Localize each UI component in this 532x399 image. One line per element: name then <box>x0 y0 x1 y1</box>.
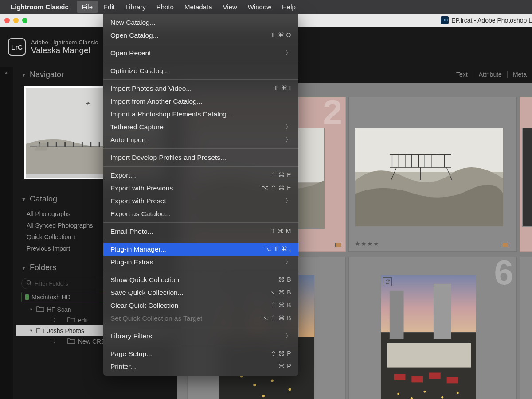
menu-item[interactable]: Export as Catalog... <box>103 207 298 220</box>
menu-item[interactable]: Export with Previous⌥ ⇧ ⌘ E <box>103 182 298 194</box>
submenu-chevron-icon: 〉 <box>286 196 291 205</box>
color-label-flag[interactable] <box>335 243 341 247</box>
menu-item[interactable]: Import from Another Catalog... <box>103 95 298 108</box>
menubar-item-file[interactable]: File <box>77 1 98 13</box>
left-panel-collapse[interactable]: ▲ <box>0 67 13 399</box>
folder-icon <box>36 327 44 334</box>
window-maximize-button[interactable] <box>22 18 27 23</box>
menu-separator <box>103 271 298 271</box>
menubar-item-edit[interactable]: Edit <box>98 1 120 13</box>
menu-item[interactable]: Open Recent〉 <box>103 46 298 59</box>
menu-separator <box>103 327 298 327</box>
thumbnail-image <box>381 275 476 399</box>
menu-shortcut: ⌥ ⇧ ⌘ B <box>262 314 291 323</box>
menubar-item-view[interactable]: View <box>218 1 243 13</box>
search-icon <box>26 280 32 287</box>
window-close-button[interactable] <box>4 18 10 23</box>
lrc-file-icon: LrC <box>441 16 449 24</box>
menu-item-label: Open Recent <box>110 48 151 58</box>
thumbnail-frame[interactable] <box>380 275 476 399</box>
menubar-app-name[interactable]: Lightroom Classic <box>11 3 69 11</box>
menubar-item-photo[interactable]: Photo <box>151 1 179 13</box>
svg-point-43 <box>441 396 443 399</box>
menu-item[interactable]: Open Catalog...⇧ ⌘ O <box>103 29 298 42</box>
menu-item-label: Export with Previous <box>110 183 173 193</box>
menu-item[interactable]: Page Setup...⇧ ⌘ P <box>103 347 298 360</box>
menu-item[interactable]: Import a Photoshop Elements Catalog... <box>103 108 298 120</box>
filter-tab-meta[interactable]: Meta <box>507 71 532 78</box>
menu-shortcut: ⇧ ⌘ O <box>270 31 291 40</box>
thumbnail-frame[interactable] <box>355 128 504 227</box>
menu-item[interactable]: Plug-in Manager...⌥ ⇧ ⌘ , <box>103 243 298 256</box>
svg-point-30 <box>262 395 265 397</box>
menu-item[interactable]: New Catalog... <box>103 16 298 29</box>
svg-rect-38 <box>429 373 441 379</box>
color-label-flag[interactable] <box>502 243 508 247</box>
menu-separator <box>103 44 298 44</box>
app-title-line1: Adobe Lightroom Classic <box>31 39 98 46</box>
menu-item[interactable]: Optimize Catalog... <box>103 64 298 77</box>
submenu-chevron-icon: 〉 <box>286 122 291 132</box>
menu-item-label: Export with Preset <box>110 196 166 205</box>
menu-shortcut: ⇧ ⌘ M <box>270 227 291 236</box>
disclosure-triangle-icon: ▼ <box>21 265 26 271</box>
grid-cell[interactable]: 6 <box>348 257 517 399</box>
menu-item-label: Import Develop Profiles and Presets... <box>110 153 226 162</box>
menu-item[interactable]: Tethered Capture〉 <box>103 120 298 133</box>
folder-icon <box>67 338 75 345</box>
file-menu-dropdown: New Catalog...Open Catalog...⇧ ⌘ OOpen R… <box>103 14 298 376</box>
menu-item-label: Tethered Capture <box>110 122 164 132</box>
menu-separator <box>103 148 298 149</box>
menubar-item-window[interactable]: Window <box>243 1 277 13</box>
svg-rect-9 <box>82 142 83 147</box>
menu-separator <box>103 240 298 240</box>
menu-item-label: Auto Import <box>110 135 146 144</box>
menu-item[interactable]: Import Photos and Video...⇧ ⌘ I <box>103 82 298 95</box>
menu-item-label: Export as Catalog... <box>110 209 171 218</box>
window-title: EP.lrcat - Adobe Photoshop L <box>451 17 532 24</box>
app-title-line2: Valeska Mangel <box>31 46 98 55</box>
app-logo-icon: LrC <box>8 38 26 56</box>
window-minimize-button[interactable] <box>13 18 19 23</box>
menu-item[interactable]: Auto Import〉 <box>103 133 298 146</box>
star-rating[interactable]: ★★★★ <box>355 240 379 247</box>
menu-item-label: Page Setup... <box>110 349 152 358</box>
menu-item[interactable]: Show Quick Collection⌘ B <box>103 273 298 286</box>
menu-item-label: Plug-in Extras <box>110 257 153 267</box>
folder-filter-placeholder: Filter Folders <box>35 280 68 287</box>
menu-separator <box>103 222 298 223</box>
grid-cell[interactable] <box>520 257 532 399</box>
cell-index: 6 <box>494 252 513 293</box>
menu-item-label: Printer... <box>110 362 136 371</box>
thumbnail-frame[interactable] <box>522 128 532 227</box>
menu-item[interactable]: Export with Preset〉 <box>103 194 298 207</box>
filter-tab-text[interactable]: Text <box>451 71 473 78</box>
menu-item[interactable]: Library Filters〉 <box>103 329 298 342</box>
menubar-item-library[interactable]: Library <box>120 1 151 13</box>
menu-item-label: Clear Quick Collection <box>110 301 178 310</box>
menubar-item-metadata[interactable]: Metadata <box>179 1 218 13</box>
svg-point-28 <box>271 379 274 382</box>
folder-label: edit <box>78 317 88 324</box>
menu-separator <box>103 79 298 80</box>
menu-item[interactable]: Save Quick Collection...⌥ ⌘ B <box>103 286 298 299</box>
menu-item[interactable]: Import Develop Profiles and Presets... <box>103 151 298 164</box>
menu-item[interactable]: Email Photo...⇧ ⌘ M <box>103 225 298 238</box>
menu-item[interactable]: Export...⇧ ⌘ E <box>103 169 298 182</box>
folder-label: HF Scan <box>47 306 71 313</box>
grid-cell[interactable]: ★★★★ <box>348 97 517 252</box>
svg-rect-35 <box>387 343 471 368</box>
menu-shortcut: ⌥ ⌘ B <box>269 288 291 297</box>
menubar-item-help[interactable]: Help <box>277 1 301 13</box>
menu-item[interactable]: Plug-in Extras〉 <box>103 256 298 268</box>
filter-tab-attribute[interactable]: Attribute <box>473 71 507 78</box>
menu-item[interactable]: Clear Quick Collection⇧ ⌘ B <box>103 299 298 312</box>
submenu-chevron-icon: 〉 <box>286 257 291 267</box>
menu-item-label: Show Quick Collection <box>110 275 179 284</box>
grid-cell[interactable] <box>520 97 532 252</box>
mac-menubar: Lightroom Classic FileEditLibraryPhotoMe… <box>0 0 532 14</box>
volume-status-icon <box>25 294 29 300</box>
volume-name: Macintosh HD <box>31 294 70 301</box>
menu-item[interactable]: Printer...⌘ P <box>103 360 298 373</box>
svg-rect-5 <box>47 142 48 147</box>
